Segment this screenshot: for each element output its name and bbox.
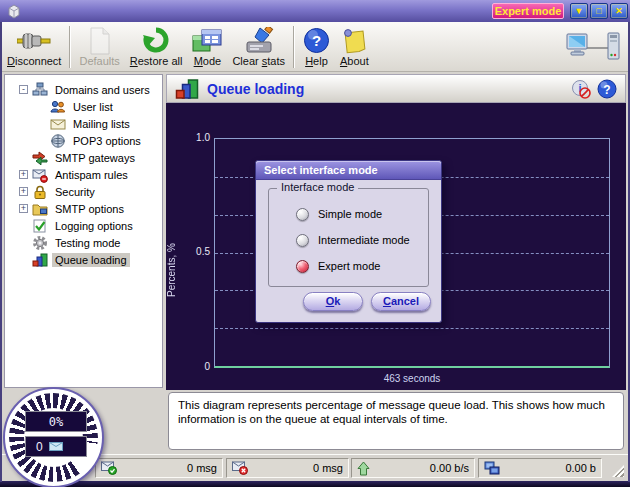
radio-expert-mode[interactable]: Expert mode xyxy=(296,258,380,274)
cancel-button[interactable]: Cancel xyxy=(371,292,431,311)
status-error-messages: 0 msg xyxy=(226,458,349,478)
queue-loading-chart-icon xyxy=(32,252,48,268)
disconnect-plug-icon xyxy=(17,26,51,55)
shade-window-button[interactable]: ▼ xyxy=(570,3,588,19)
tree-item-queue-loading[interactable]: Queue loading xyxy=(5,251,162,268)
expand-box-icon[interactable]: + xyxy=(19,204,28,213)
x-axis-label: 463 seconds xyxy=(214,373,610,384)
status-received-messages: 0 msg xyxy=(95,458,223,478)
gridline xyxy=(215,328,609,329)
radio-intermediate-mode[interactable]: Intermediate mode xyxy=(296,232,410,248)
title-bar[interactable]: Expert mode ▼ □ ✕ xyxy=(0,0,630,22)
navigation-tree: - Domains and users User list Mailing li… xyxy=(4,74,163,388)
svg-text:?: ? xyxy=(603,82,610,96)
tree-item-domains-and-users[interactable]: - Domains and users xyxy=(5,81,162,98)
security-lock-icon xyxy=(32,184,48,200)
tree-item-smtp-gateways[interactable]: SMTP gateways xyxy=(5,149,162,166)
radio-simple-mode[interactable]: Simple mode xyxy=(296,206,382,222)
pop3-options-icon xyxy=(50,133,66,149)
app-window: Expert mode ▼ □ ✕ Disconnect xyxy=(0,0,630,487)
gauge-percent-display: 0% xyxy=(25,411,87,432)
expand-box-icon[interactable]: + xyxy=(19,170,28,179)
gauge-count-display: 0 xyxy=(25,436,87,457)
close-button[interactable]: ✕ xyxy=(610,3,628,19)
clear-stats-button[interactable]: Clear stats xyxy=(227,24,290,70)
clear-stats-brush-icon xyxy=(244,26,274,55)
resize-grip[interactable] xyxy=(612,465,624,477)
radio-button-icon[interactable] xyxy=(296,208,309,221)
toolbar-button-label: Disconnect xyxy=(7,55,61,68)
toolbar-button-label: Clear stats xyxy=(232,55,285,68)
expand-box-icon[interactable]: + xyxy=(19,187,28,196)
tree-item-logging-options[interactable]: Logging options xyxy=(5,217,162,234)
testing-mode-gear-icon xyxy=(32,235,48,251)
dialog-title-bar[interactable]: Select interface mode xyxy=(256,161,441,180)
tree-item-smtp-options[interactable]: + SMTP options xyxy=(5,200,162,217)
mailing-lists-icon xyxy=(50,116,66,132)
status-traffic-total: 0.00 b xyxy=(478,458,602,478)
blank-page-icon xyxy=(88,26,112,55)
help-button[interactable]: ? Help xyxy=(298,24,335,70)
toolbar-button-label: Restore all xyxy=(130,55,183,68)
toolbar-button-label: Mode xyxy=(194,55,222,68)
svg-text:?: ? xyxy=(312,32,321,49)
toolbar-button-label: About xyxy=(340,55,369,68)
defaults-button: Defaults xyxy=(74,24,124,70)
page-header: Queue loading i ? xyxy=(166,74,626,103)
mode-button[interactable]: Mode xyxy=(187,24,227,70)
tree-item-testing-mode[interactable]: Testing mode xyxy=(5,234,162,251)
page-title: Queue loading xyxy=(207,81,304,97)
disconnect-button[interactable]: Disconnect xyxy=(2,24,66,70)
tree-item-antispam-rules[interactable]: + Antispam rules xyxy=(5,166,162,183)
help-icon[interactable]: ? xyxy=(597,79,617,99)
y-tick-label: 1.0 xyxy=(178,132,210,143)
connection-status-icon xyxy=(566,31,622,63)
status-upload-speed: 0.00 b/s xyxy=(351,458,475,478)
smtp-options-icon xyxy=(32,201,48,217)
about-button[interactable]: About xyxy=(335,24,374,70)
user-list-icon xyxy=(50,99,66,115)
tree-item-user-list[interactable]: User list xyxy=(5,98,162,115)
about-note-icon xyxy=(340,26,368,55)
maximize-button[interactable]: □ xyxy=(590,3,608,19)
mode-windows-icon xyxy=(192,26,222,55)
mail-ok-icon xyxy=(101,461,117,475)
window-bottom-edge xyxy=(0,481,630,487)
logging-options-icon xyxy=(32,218,48,234)
radio-button-selected-icon[interactable] xyxy=(296,260,309,273)
mini-envelope-icon xyxy=(49,442,63,451)
queue-loading-chart-icon xyxy=(175,77,199,101)
antispam-rules-icon xyxy=(32,167,48,183)
tree-item-mailing-lists[interactable]: Mailing lists xyxy=(5,115,162,132)
toolbar-button-label: Help xyxy=(305,55,328,68)
toolbar-separator xyxy=(69,26,71,68)
restore-arrow-icon xyxy=(142,26,170,55)
y-tick-label: 0 xyxy=(178,361,210,372)
app-cube-icon xyxy=(5,2,23,20)
smtp-gateways-icon xyxy=(32,150,48,166)
collapse-box-icon[interactable]: - xyxy=(19,85,28,94)
y-axis-label: Percents, % xyxy=(166,215,182,325)
help-question-icon: ? xyxy=(303,26,330,55)
window-left-edge xyxy=(0,22,2,482)
domains-icon xyxy=(32,82,48,98)
tree-item-pop3-options[interactable]: POP3 options xyxy=(5,132,162,149)
mail-error-icon xyxy=(232,461,248,475)
info-disabled-icon[interactable]: i xyxy=(571,79,591,99)
toolbar-button-label: Defaults xyxy=(79,55,119,68)
upload-arrow-icon xyxy=(357,461,370,476)
select-interface-mode-dialog: Select interface mode Interface mode Sim… xyxy=(255,160,442,323)
y-tick-label: 0.5 xyxy=(178,246,210,257)
toolbar: Disconnect Defaults Restore all xyxy=(0,22,630,72)
toolbar-separator xyxy=(293,26,295,68)
description-box: This diagram represents percentage of me… xyxy=(168,392,624,450)
expert-mode-badge: Expert mode xyxy=(492,3,564,19)
tree-item-security[interactable]: + Security xyxy=(5,183,162,200)
restore-all-button[interactable]: Restore all xyxy=(125,24,188,70)
ok-button[interactable]: Ok xyxy=(303,292,363,311)
network-traffic-icon xyxy=(484,461,500,476)
radio-button-icon[interactable] xyxy=(296,234,309,247)
